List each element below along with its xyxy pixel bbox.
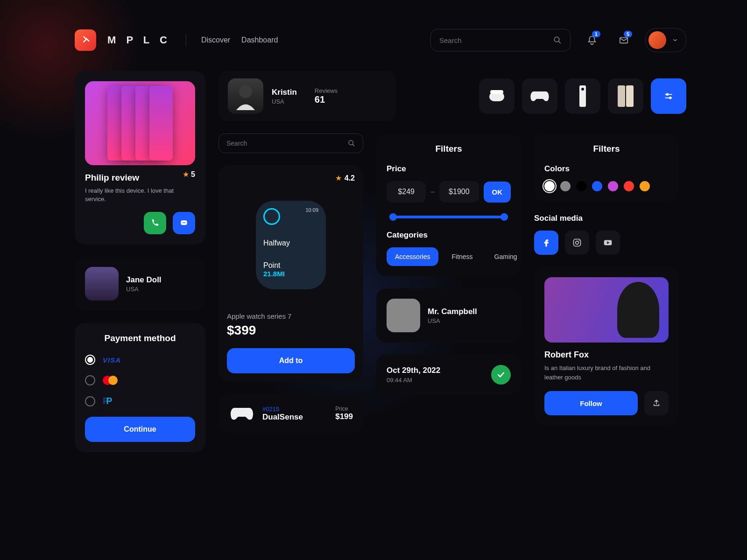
chip-accessories[interactable]: Accessories (387, 247, 438, 266)
product-price: $399 (227, 323, 355, 338)
share-button[interactable] (644, 391, 669, 415)
notif-badge: 1 (592, 31, 600, 37)
sliders-icon (663, 91, 674, 101)
social-title: Social media (534, 214, 679, 223)
visa-logo: VISA (103, 356, 121, 364)
swatch-white[interactable] (544, 181, 555, 191)
follow-button[interactable]: Follow (544, 391, 638, 415)
price-label: Price (335, 406, 353, 412)
product-rating: 4.2 (345, 174, 355, 182)
filter-button[interactable] (651, 78, 686, 114)
order-date: Oct 29th, 2022 (387, 366, 440, 375)
youtube-icon (603, 238, 613, 248)
product-name: Apple watch series 7 (227, 312, 355, 320)
mastercard-logo (103, 376, 118, 385)
swatch-orange[interactable] (640, 181, 650, 191)
svg-rect-9 (490, 90, 503, 94)
payment-option-paypal[interactable]: PP (85, 396, 195, 406)
svg-point-11 (581, 88, 584, 91)
payment-option-mastercard[interactable] (85, 375, 195, 385)
payment-option-visa[interactable]: VISA (85, 355, 195, 365)
review-card: Philip review ★ 5 I really like this dev… (75, 71, 205, 245)
product-card-watch: ★4.2 10:09 Halfway Point 21.8MI Apple wa… (218, 165, 363, 382)
product-search[interactable] (218, 133, 363, 153)
svg-point-4 (183, 223, 183, 224)
profile-card-fox: Robert Fox Is an Italian luxury brand of… (534, 267, 679, 426)
call-button[interactable] (144, 212, 166, 234)
price-min[interactable]: $249 (387, 181, 426, 203)
swatch-black[interactable] (576, 181, 586, 191)
payment-card: Payment method VISA PP Continue (75, 323, 205, 452)
profile-menu[interactable] (645, 28, 686, 52)
user-card-campbell[interactable]: Mr. Campbell USA (376, 288, 521, 343)
colors-label: Colors (544, 164, 669, 174)
order-status-card: Oct 29th, 2022 09:44 AM (376, 355, 521, 395)
star-icon: ★ (335, 174, 342, 182)
profile-image (544, 277, 669, 343)
radio[interactable] (85, 396, 95, 406)
slider-handle-max[interactable] (500, 213, 508, 221)
filters-panel: Filters Price $249 – $1900 OK Categori (376, 133, 521, 276)
nav-discover[interactable]: Discover (201, 36, 230, 44)
header: M P L C Discover Dashboard 1 5 (75, 28, 686, 52)
nav-dashboard[interactable]: Dashboard (241, 36, 278, 44)
social-youtube[interactable] (596, 231, 620, 255)
watch-time: 10:09 (305, 207, 318, 213)
tile-controller[interactable] (522, 78, 557, 114)
review-title: Philip review (85, 173, 139, 183)
logo[interactable] (75, 29, 96, 51)
categories-label: Categories (387, 231, 511, 240)
phone-icon (150, 218, 160, 228)
product-search-input[interactable] (226, 140, 343, 147)
order-item-dualsense[interactable]: #0215 DualSense Price $199 (218, 394, 363, 433)
logo-icon (80, 35, 91, 45)
add-to-button[interactable]: Add to (227, 348, 355, 373)
console-icon (576, 84, 590, 108)
color-swatches (544, 181, 669, 191)
swatch-blue[interactable] (592, 181, 602, 191)
tile-phone[interactable] (608, 78, 643, 114)
phone-icon (616, 84, 635, 108)
profile-desc: Is an Italian luxury brand of fashion an… (544, 364, 669, 382)
tile-airpods[interactable] (479, 78, 514, 114)
user-card-jane[interactable]: Jane Doll USA (75, 257, 205, 311)
filters-colors-panel: Filters Colors (534, 133, 679, 202)
swatch-grey[interactable] (560, 181, 571, 191)
price-slider[interactable] (389, 216, 508, 218)
user-name: Mr. Campbell (428, 307, 477, 316)
ok-button[interactable]: OK (484, 182, 511, 203)
seller-card[interactable]: Kristin USA Reviews 61 (218, 71, 396, 121)
svg-point-22 (579, 240, 580, 241)
tile-console[interactable] (565, 78, 600, 114)
radio-selected[interactable] (85, 355, 95, 365)
review-text: I really like this device. I love that s… (85, 187, 195, 203)
chat-icon (179, 218, 189, 228)
seller-name: Kristin (272, 88, 297, 97)
message-button[interactable] (173, 212, 195, 234)
swatch-red[interactable] (624, 181, 634, 191)
chip-fitness[interactable]: Fitness (443, 247, 481, 266)
swatch-purple[interactable] (608, 181, 618, 191)
social-facebook[interactable] (534, 231, 558, 255)
avatar (387, 299, 420, 332)
price-max[interactable]: $1900 (439, 181, 479, 203)
notifications-button[interactable]: 1 (582, 30, 602, 50)
filters-title: Filters (544, 144, 669, 154)
radio[interactable] (85, 375, 95, 385)
search-input[interactable] (439, 36, 549, 44)
continue-button[interactable]: Continue (85, 417, 195, 442)
svg-point-0 (554, 37, 559, 42)
slider-handle-min[interactable] (389, 213, 397, 221)
chip-gaming[interactable]: Gaming (486, 247, 526, 266)
controller-icon (229, 404, 255, 423)
svg-rect-12 (618, 85, 625, 107)
reviews-count: 61 (315, 94, 338, 105)
watch-text: Halfway (263, 239, 318, 247)
profile-name: Robert Fox (544, 350, 669, 360)
svg-point-7 (239, 85, 252, 98)
social-instagram[interactable] (565, 231, 589, 255)
messages-button[interactable]: 5 (613, 30, 634, 50)
watch-text: Point (263, 261, 318, 270)
order-id: #0215 (262, 406, 303, 413)
search-bar[interactable] (430, 29, 571, 51)
